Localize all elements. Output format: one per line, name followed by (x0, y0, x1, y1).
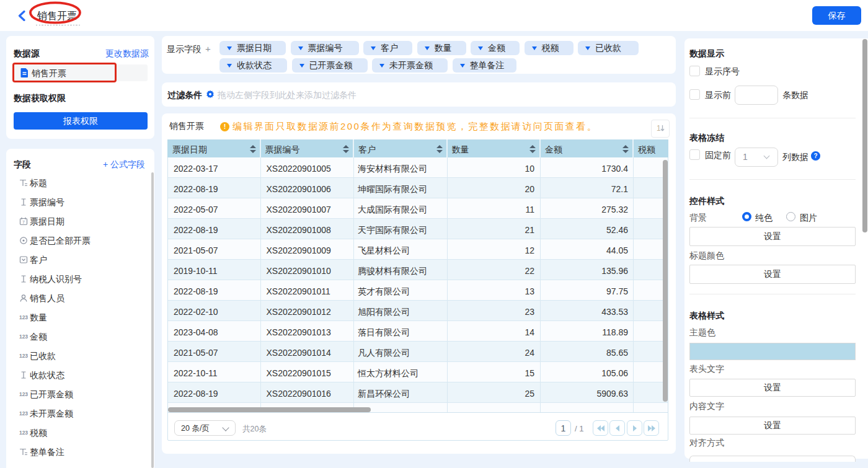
svg-text:7: 7 (22, 220, 25, 224)
svg-text:1: 1 (657, 124, 661, 133)
